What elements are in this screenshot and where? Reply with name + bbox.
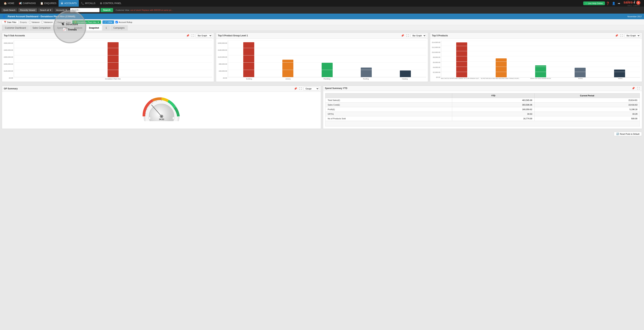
gp-summary-header: GP Summary 📌 ⛶ Gauge Bar Graph bbox=[2, 86, 321, 92]
top5-sub-chart-type[interactable]: Bar Graph Line Graph Pie Chart bbox=[196, 34, 212, 38]
account-rollup-checkbox[interactable]: Account Rollup bbox=[116, 21, 132, 23]
top5-sub-pin-button[interactable]: 📌 bbox=[186, 34, 190, 37]
top5-products-expand-button[interactable]: ⛶ bbox=[620, 34, 624, 37]
main-content: Top 5 Sub Accounts 📌 ⛶ Bar Graph Line Gr… bbox=[0, 31, 644, 86]
spend-row-total-sales: Total Sales(£) 463,565.68 15,614.81 bbox=[326, 98, 640, 102]
top5-sub-accounts-header: Top 5 Sub Accounts 📌 ⛶ Bar Graph Line Gr… bbox=[2, 33, 214, 39]
product-bar-joinery bbox=[269, 60, 306, 77]
spend-ytd-total-sales: 463,565.68 bbox=[452, 98, 534, 102]
reset-area: 🔄 Reset Pods to Default bbox=[0, 131, 644, 137]
logo-circle: ● bbox=[636, 1, 640, 5]
gp-expand-button[interactable]: ⛶ bbox=[299, 87, 302, 90]
crm-icon: 🔗 bbox=[104, 21, 107, 23]
nav-home[interactable]: 🏠 HOME bbox=[2, 0, 16, 6]
top5-products-chart-type[interactable]: Bar Graph bbox=[624, 34, 640, 38]
top5-products-title: Top 5 Products bbox=[432, 34, 448, 37]
spend-label-sales-cost: Sales Cost(£) bbox=[326, 102, 452, 107]
bar-donaldson[interactable] bbox=[108, 42, 118, 77]
top5-products-panel: Top 5 Products 📌 ⛶ Bar Graph £14,000.00 … bbox=[430, 32, 642, 82]
tab-snapshot[interactable]: Snapshot bbox=[86, 25, 102, 30]
spend-summary-panel: Spend Summary YTD 📌 ⛶ YTD Current Period… bbox=[323, 86, 642, 129]
top5-product-bar-area bbox=[228, 40, 426, 77]
top5-sub-x-labels: Donaldson Plant Hire bbox=[14, 77, 212, 80]
enquiry-label: Enquiry: bbox=[20, 21, 27, 23]
nav-enquiries[interactable]: 📋 ENQUIRIES bbox=[38, 0, 58, 6]
gp-chart-type[interactable]: Gauge Bar Graph bbox=[304, 87, 319, 90]
top5-product-chart: £200,000.00 £160,000.00 £120,000.00 £80,… bbox=[216, 39, 428, 82]
top5-product-chart-type[interactable]: Bar Graph bbox=[410, 34, 426, 38]
product-bar-roofing bbox=[347, 68, 385, 77]
user-button[interactable]: 👤 bbox=[611, 2, 617, 5]
gp-summary-controls: 📌 ⛶ Gauge Bar Graph bbox=[293, 87, 319, 90]
spend-label-profit: Profit(£) bbox=[326, 107, 452, 112]
top5-sub-expand-button[interactable]: ⛶ bbox=[191, 34, 194, 37]
reset-pods-button[interactable]: 🔄 Reset Pods to Default bbox=[614, 132, 642, 136]
spend-summary-title: Spend Summary YTD bbox=[325, 87, 347, 90]
spend-current-gp: 33.29 bbox=[534, 112, 640, 116]
spend-label-products: No of Products Sold bbox=[326, 116, 452, 121]
nav-campaigns[interactable]: 📢 CAMPAIGNS bbox=[16, 0, 38, 6]
top5-product-group-panel: Top 5 Product Group Level 1 📌 ⛶ Bar Grap… bbox=[216, 32, 428, 82]
tab-analysis[interactable]: Analysis bbox=[71, 25, 86, 30]
top5-sub-y-labels: £500,000.00 £400,000.00 £300,000.00 £200… bbox=[4, 41, 13, 80]
reset-icon: 🔄 bbox=[616, 133, 619, 135]
svg-text:34.53: 34.53 bbox=[159, 118, 164, 120]
spend-ytd-profit: 160,059.62 bbox=[452, 107, 534, 112]
nav-mycalls[interactable]: 📞 MYCALLS bbox=[79, 0, 98, 6]
top-navigation: 🏠 HOME 📢 CAMPAIGNS 📋 ENQUIRIES 🏛 ACCOUNT… bbox=[0, 0, 644, 6]
tab-customer-dashboard[interactable]: Customer Dashboard bbox=[2, 25, 29, 30]
spend-current-products: 500.00 bbox=[534, 116, 640, 121]
variance-radio[interactable]: Variance bbox=[29, 21, 40, 23]
nav-controlpanel[interactable]: ⚙ CONTROL PANEL bbox=[98, 0, 124, 6]
products-bar-1 bbox=[442, 42, 481, 77]
search-bar: Quick Search Recently Viewed Search all▼… bbox=[0, 6, 644, 14]
top5-products-x-labels: BAG CASTLE O/PORTLAND CEMENT H5 CLIPA SP… bbox=[441, 78, 640, 79]
nav-accounts[interactable]: 🏛 ACCOUNTS bbox=[58, 0, 79, 6]
crm-button[interactable]: 🔗 CRM bbox=[102, 20, 114, 24]
products-bar-2 bbox=[482, 58, 520, 77]
variance-plus-radio[interactable]: Variance+ bbox=[41, 21, 53, 23]
tab-spend-mix[interactable]: Spend Mix bbox=[54, 25, 71, 30]
gp-pin-button[interactable]: 📌 bbox=[293, 87, 298, 90]
mycalls-icon: 📞 bbox=[81, 2, 84, 5]
top5-sub-accounts-title: Top 5 Sub Accounts bbox=[4, 34, 25, 37]
top5-product-x-labels: Building Joinery Plumbing Roofing Heatin… bbox=[228, 77, 426, 80]
top5-product-y-labels: £200,000.00 £160,000.00 £120,000.00 £80,… bbox=[218, 41, 227, 80]
live-help-button[interactable]: Live Help Online bbox=[583, 2, 605, 5]
spend-current-sales-cost: 10,416.63 bbox=[534, 102, 640, 107]
gp-summary-panel: GP Summary 📌 ⛶ Gauge Bar Graph bbox=[2, 86, 321, 129]
top5-products-pin-button[interactable]: 📌 bbox=[614, 34, 619, 37]
spend-current-total-sales: 15,614.81 bbox=[534, 98, 640, 102]
spend-expand-button[interactable]: ⛶ bbox=[636, 87, 640, 90]
page-title: Parent Account Dashboard - Donaldson Pla… bbox=[8, 15, 75, 18]
tab-sales-comparison[interactable]: Sales Comparison bbox=[29, 25, 54, 30]
accounts-filter-button[interactable]: Accounts▼ bbox=[54, 8, 69, 12]
top5-sub-accounts-panel: Top 5 Sub Accounts 📌 ⛶ Bar Graph Line Gr… bbox=[2, 32, 214, 82]
logout-button[interactable]: ➡ bbox=[617, 2, 621, 5]
spend-ytd-sales-cost: 303,506.06 bbox=[452, 102, 534, 107]
top5-product-expand-button[interactable]: ⛶ bbox=[406, 34, 410, 37]
spend-label-gp: GP(%) bbox=[326, 112, 452, 116]
gauge-chart: 34.53 bbox=[140, 96, 184, 121]
top5-product-pin-button[interactable]: 📌 bbox=[400, 34, 404, 37]
account-select-button[interactable]: 🟢 Donaldson Plant Hire ▼ bbox=[72, 20, 101, 24]
search-go-button[interactable]: Search bbox=[100, 8, 113, 12]
svg-point-16 bbox=[161, 116, 162, 117]
top5-products-controls: 📌 ⛶ Bar Graph bbox=[614, 34, 640, 38]
top5-product-header: Top 5 Product Group Level 1 📌 ⛶ Bar Grap… bbox=[216, 33, 428, 39]
gaps-radio[interactable]: Gaps vs. Gaps bbox=[54, 21, 71, 23]
top5-product-controls: 📌 ⛶ Bar Graph bbox=[400, 34, 426, 38]
spend-col-current: Current Period bbox=[534, 94, 640, 98]
tab-1[interactable]: 1 bbox=[102, 25, 110, 30]
date-filter-button[interactable]: 📅 Date Filter bbox=[2, 20, 18, 24]
recently-viewed-button[interactable]: Recently Viewed bbox=[18, 8, 37, 12]
page-header: 👤 Parent Account Dashboard - Donaldson P… bbox=[0, 14, 644, 19]
svg-point-17 bbox=[148, 117, 151, 119]
help-button[interactable]: ❓ bbox=[605, 2, 611, 5]
logo: sales-i ● bbox=[624, 0, 640, 5]
quick-search-button[interactable]: Quick Search bbox=[2, 8, 17, 12]
tab-campaigns[interactable]: Campaigns bbox=[110, 25, 128, 30]
spend-pin-button[interactable]: 📌 bbox=[631, 87, 635, 90]
search-input[interactable] bbox=[70, 8, 100, 12]
search-all-button[interactable]: Search all▼ bbox=[38, 8, 54, 12]
